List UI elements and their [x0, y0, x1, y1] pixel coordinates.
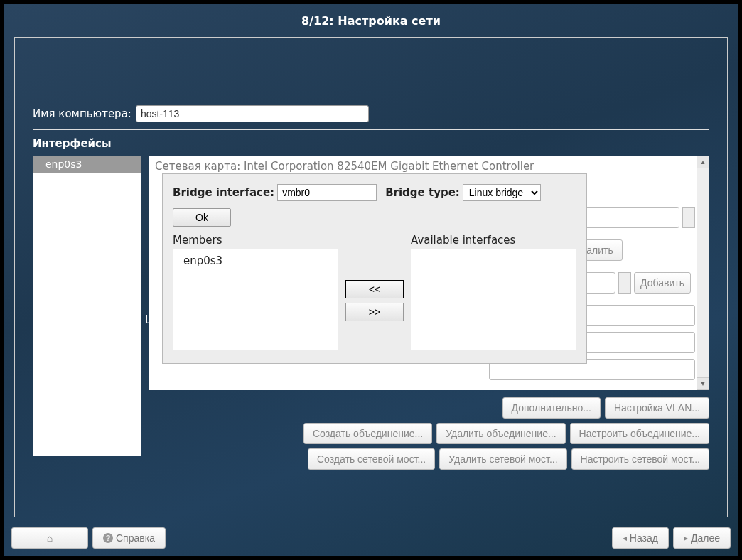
nic-info: Сетевая карта: Intel Corporation 82540EM…: [155, 160, 534, 173]
next-label: Далее: [691, 532, 720, 544]
member-item[interactable]: enp0s3: [183, 254, 328, 267]
bridge-dialog: Bridge interface: Bridge type: Linux bri…: [162, 173, 587, 364]
caret-right-icon: ▸: [684, 533, 688, 543]
gateway-label-partial: Ш: [145, 313, 156, 326]
bridge-config-button[interactable]: Настроить сетевой мост...: [571, 448, 709, 470]
scroll-down-icon[interactable]: ▾: [697, 377, 709, 390]
caret-left-icon: ◂: [623, 533, 627, 543]
next-button[interactable]: ▸ Далее: [673, 527, 731, 549]
back-button[interactable]: ◂ Назад: [612, 527, 669, 549]
bridge-type-select[interactable]: Linux bridge: [463, 184, 541, 201]
bridge-type-label: Bridge type:: [385, 186, 460, 199]
help-label: Справка: [116, 532, 155, 544]
bridge-delete-button[interactable]: Удалить сетевой мост...: [439, 448, 566, 470]
help-button[interactable]: ? Справка: [92, 527, 166, 549]
members-listbox[interactable]: enp0s3: [173, 249, 338, 350]
footer-bar: ⌂ ? Справка ◂ Назад ▸ Далее: [11, 527, 731, 549]
scroll-up-icon[interactable]: ▴: [697, 156, 709, 168]
bridge-interface-input[interactable]: [277, 184, 377, 201]
home-icon: ⌂: [47, 532, 53, 544]
move-left-button[interactable]: <<: [345, 280, 404, 298]
interface-item-enp0s3[interactable]: enp0s3: [33, 156, 141, 173]
bond-config-button[interactable]: Настроить объединение...: [570, 423, 709, 444]
bridge-interface-label: Bridge interface:: [173, 186, 274, 199]
advanced-button[interactable]: Дополнительно...: [502, 397, 601, 419]
divider: [33, 129, 709, 130]
page-title: 8/12: Настройка сети: [4, 4, 738, 35]
hostname-input[interactable]: [136, 105, 369, 122]
help-icon: ?: [103, 533, 113, 543]
members-heading: Members: [173, 234, 338, 247]
add-button[interactable]: Добавить: [634, 272, 691, 294]
available-listbox[interactable]: [411, 249, 576, 350]
ip-dropdown-icon[interactable]: [682, 207, 695, 228]
bond-delete-button[interactable]: Удалить объединение...: [436, 423, 565, 444]
available-heading: Available interfaces: [411, 234, 576, 247]
interfaces-heading: Интерфейсы: [33, 137, 709, 150]
home-button[interactable]: ⌂: [11, 527, 88, 549]
back-label: Назад: [630, 532, 658, 544]
vlan-button[interactable]: Настройка VLAN...: [605, 397, 709, 419]
bond-create-button[interactable]: Создать объединение...: [303, 423, 432, 444]
mask-dropdown-icon[interactable]: [618, 272, 631, 294]
scrollbar-track[interactable]: ▴ ▾: [697, 156, 709, 390]
move-right-button[interactable]: >>: [345, 303, 404, 321]
interface-list[interactable]: enp0s3: [33, 156, 141, 456]
hostname-label: Имя компьютера:: [33, 107, 131, 120]
bridge-create-button[interactable]: Создать сетевой мост...: [308, 448, 435, 470]
ok-button[interactable]: Ok: [173, 208, 231, 227]
